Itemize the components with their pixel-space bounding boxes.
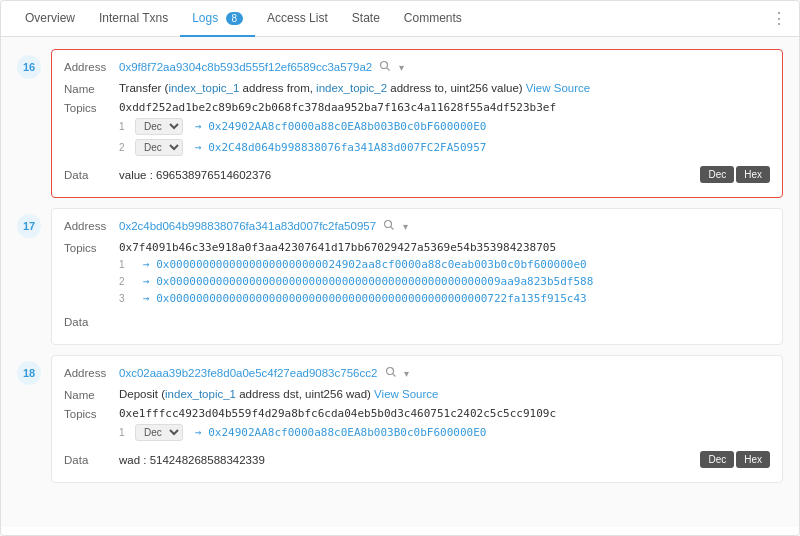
topic-row-0-18: 0xe1fffcc4923d04b559f4d29a8bfc6cda04eb5b… xyxy=(119,407,770,420)
log-row-address-18: Address 0xc02aaa39b223fe8d0a0e5c4f27ead9… xyxy=(64,366,770,382)
topic-value-1-18[interactable]: → 0x24902AA8cf0000a88c0EA8b003B0c0bF6000… xyxy=(195,426,486,439)
topics-container-17: 0x7f4091b46c33e918a0f3aa42307641d17bb670… xyxy=(119,241,770,309)
data-label-18: Data xyxy=(64,453,119,466)
log-row-topics-16: Topics 0xddf252ad1be2c89b69c2b068fc378da… xyxy=(64,101,770,160)
topic-dec-select-1-16[interactable]: DecHex xyxy=(135,118,183,135)
address-label-16: Address xyxy=(64,60,119,73)
dec-hex-18: Dec Hex xyxy=(700,451,770,468)
dec-hex-16: Dec Hex xyxy=(700,166,770,183)
main-container: Overview Internal Txns Logs 8 Access Lis… xyxy=(0,0,800,536)
svg-point-4 xyxy=(386,368,393,375)
logs-content: 16 Address 0x9f8f72aa9304c8b593d555f12ef… xyxy=(1,37,799,527)
log-entry-18: 18 Address 0xc02aaa39b223fe8d0a0e5c4f27e… xyxy=(17,355,783,483)
name-value-16: Transfer (index_topic_1 address from, in… xyxy=(119,82,770,94)
tab-logs-label: Logs xyxy=(192,11,218,25)
svg-point-2 xyxy=(385,221,392,228)
topic-row-0-16: 0xddf252ad1be2c89b69c2b068fc378daa952ba7… xyxy=(119,101,770,114)
svg-line-3 xyxy=(391,227,394,230)
search-icon-18[interactable] xyxy=(385,366,401,382)
topic-hash-17: 0x7f4091b46c33e918a0f3aa42307641d17bb670… xyxy=(119,241,556,254)
logs-badge: 8 xyxy=(226,12,244,25)
topic-dec-select-1-18[interactable]: DecHex xyxy=(135,424,183,441)
topic-value-3-17[interactable]: → 0x000000000000000000000000000000000000… xyxy=(143,292,587,305)
log-number-16: 16 xyxy=(17,55,41,79)
log-row-data-16: Data value : 69653897651460237​6 Dec Hex xyxy=(64,166,770,183)
topic-row-0-17: 0x7f4091b46c33e918a0f3aa42307641d17bb670… xyxy=(119,241,770,254)
log-number-18: 18 xyxy=(17,361,41,385)
address-value-18: 0xc02aaa39b223fe8d0a0e5c4f27ead9083c756c… xyxy=(119,366,770,382)
name-keyword-2: index_topic_2 xyxy=(316,82,387,94)
topic-index-2-16: 2 xyxy=(119,142,135,153)
tab-overview[interactable]: Overview xyxy=(13,1,87,37)
svg-line-1 xyxy=(387,68,390,71)
log-number-17: 17 xyxy=(17,214,41,238)
log-row-address-17: Address 0x2c4bd064b998838076fa341a83d007… xyxy=(64,219,770,235)
topic-hash-16: 0xddf252ad1be2c89b69c2b068fc378daa952ba7… xyxy=(119,101,556,114)
topic-index-3-17: 3 xyxy=(119,293,135,304)
view-source-link-18[interactable]: View Source xyxy=(374,388,438,400)
address-label-17: Address xyxy=(64,219,119,232)
topic-value-2-16[interactable]: → 0x2C48d064b998838076fa341A83d007FC2FA5… xyxy=(195,141,486,154)
topic-row-1-16: 1 DecHex → 0x24902AA8cf0000a88c0EA8b003B… xyxy=(119,118,770,135)
name-keyword-1: index_topic_1 xyxy=(168,82,239,94)
log-row-data-17: Data xyxy=(64,315,770,328)
name-label-18: Name xyxy=(64,388,119,401)
address-label-18: Address xyxy=(64,366,119,379)
topic-row-3-17: 3 → 0x0000000000000000000000000000000000… xyxy=(119,292,770,305)
address-link-18[interactable]: 0xc02aaa39b223fe8d0a0e5c4f27ead9083c756c… xyxy=(119,367,377,379)
topics-container-16: 0xddf252ad1be2c89b69c2b068fc378daa952ba7… xyxy=(119,101,770,160)
tab-logs[interactable]: Logs 8 xyxy=(180,1,255,37)
topic-dec-select-2-16[interactable]: DecHex xyxy=(135,139,183,156)
topic-hash-18: 0xe1fffcc4923d04b559f4d29a8bfc6cda04eb5b… xyxy=(119,407,556,420)
log-body-18: Address 0xc02aaa39b223fe8d0a0e5c4f27ead9… xyxy=(51,355,783,483)
data-value-18: wad : 514248268588342339 xyxy=(119,454,692,466)
tabs-more-icon[interactable]: ⋮ xyxy=(771,9,787,28)
log-row-name-18: Name Deposit (index_topic_1 address dst,… xyxy=(64,388,770,401)
topic-index-1-18: 1 xyxy=(119,427,135,438)
tab-access-list[interactable]: Access List xyxy=(255,1,340,37)
svg-line-5 xyxy=(392,374,395,377)
search-icon-16[interactable] xyxy=(379,60,395,76)
data-label-16: Data xyxy=(64,168,119,181)
name-value-18: Deposit (index_topic_1 address dst, uint… xyxy=(119,388,770,400)
topic-value-2-17[interactable]: → 0x000000000000000000000000000000000000… xyxy=(143,275,593,288)
log-body-17: Address 0x2c4bd064b998838076fa341a83d007… xyxy=(51,208,783,345)
log-row-topics-17: Topics 0x7f4091b46c33e918a0f3aa42307641d… xyxy=(64,241,770,309)
log-body-16: Address 0x9f8f72aa9304c8b593d555f12ef658… xyxy=(51,49,783,198)
dropdown-icon-17[interactable]: ▾ xyxy=(403,221,408,232)
search-icon-17[interactable] xyxy=(383,219,399,235)
dropdown-icon-16[interactable]: ▾ xyxy=(399,62,404,73)
tab-comments[interactable]: Comments xyxy=(392,1,474,37)
topics-container-18: 0xe1fffcc4923d04b559f4d29a8bfc6cda04eb5b… xyxy=(119,407,770,445)
topics-label-16: Topics xyxy=(64,101,119,114)
address-link-17[interactable]: 0x2c4bd064b998838076fa341a83d007fc2fa509… xyxy=(119,220,376,232)
hex-button-16[interactable]: Hex xyxy=(736,166,770,183)
topic-row-1-17: 1 → 0x00000000000000000000000024902aa8cf… xyxy=(119,258,770,271)
topic-value-1-17[interactable]: → 0x00000000000000000000000024902aa8cf00… xyxy=(143,258,587,271)
topics-label-17: Topics xyxy=(64,241,119,254)
view-source-link-16[interactable]: View Source xyxy=(526,82,590,94)
topic-value-1-16[interactable]: → 0x24902AA8cf0000a88c0EA8b003B0c0bF6000… xyxy=(195,120,486,133)
dec-button-18[interactable]: Dec xyxy=(700,451,734,468)
svg-point-0 xyxy=(381,62,388,69)
topic-index-2-17: 2 xyxy=(119,276,135,287)
name-keyword-18: index_topic_1 xyxy=(165,388,236,400)
address-value-17: 0x2c4bd064b998838076fa341a83d007fc2fa509… xyxy=(119,219,770,235)
log-row-data-18: Data wad : 514248268588342339 Dec Hex xyxy=(64,451,770,468)
tab-internal-txns[interactable]: Internal Txns xyxy=(87,1,180,37)
tab-state[interactable]: State xyxy=(340,1,392,37)
log-row-topics-18: Topics 0xe1fffcc4923d04b559f4d29a8bfc6cd… xyxy=(64,407,770,445)
dropdown-icon-18[interactable]: ▾ xyxy=(404,368,409,379)
log-row-address-16: Address 0x9f8f72aa9304c8b593d555f12ef658… xyxy=(64,60,770,76)
dec-button-16[interactable]: Dec xyxy=(700,166,734,183)
address-link-16[interactable]: 0x9f8f72aa9304c8b593d555f12ef6589cc3a579… xyxy=(119,61,372,73)
topic-index-1-17: 1 xyxy=(119,259,135,270)
hex-button-18[interactable]: Hex xyxy=(736,451,770,468)
tab-bar: Overview Internal Txns Logs 8 Access Lis… xyxy=(1,1,799,37)
topic-row-2-17: 2 → 0x0000000000000000000000000000000000… xyxy=(119,275,770,288)
topics-label-18: Topics xyxy=(64,407,119,420)
address-value-16: 0x9f8f72aa9304c8b593d555f12ef6589cc3a579… xyxy=(119,60,770,76)
log-entry-16: 16 Address 0x9f8f72aa9304c8b593d555f12ef… xyxy=(17,49,783,198)
topic-row-1-18: 1 DecHex → 0x24902AA8cf0000a88c0EA8b003B… xyxy=(119,424,770,441)
log-row-name-16: Name Transfer (index_topic_1 address fro… xyxy=(64,82,770,95)
